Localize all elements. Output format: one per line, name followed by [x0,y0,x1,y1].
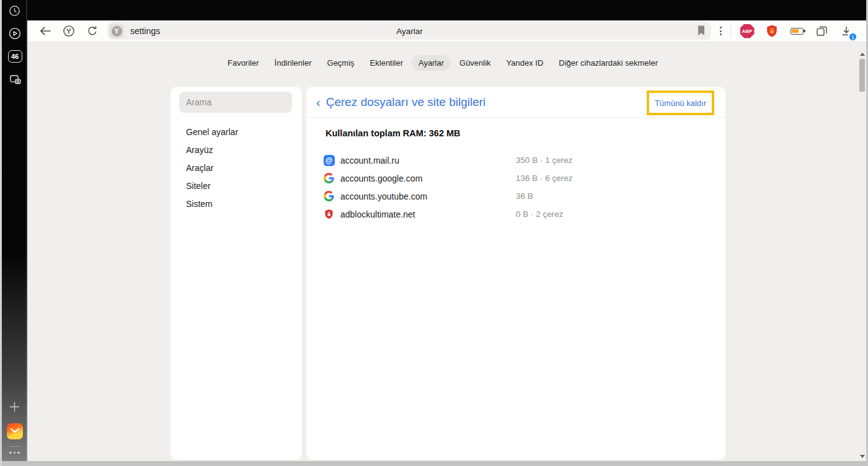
settings-sidebar: Genel ayarlar Arayüz Araçlar Siteler Sis… [170,87,302,460]
yandex-favicon-icon: Y [112,26,122,37]
page-scrollbar[interactable] [858,42,866,461]
sidebar-section-list: Genel ayarlar Arayüz Araçlar Siteler Sis… [170,123,302,213]
scroll-up-arrow-icon[interactable] [860,53,865,56]
screenshot-camera-icon [8,73,22,86]
site-row[interactable]: @ account.mail.ru 350 B · 1 çerez [323,151,711,169]
battery-icon [790,28,804,35]
left-rail: 46 [2,0,27,461]
settings-nav-tabs: Favoriler İndirilenler Geçmiş Eklentiler… [27,55,858,71]
scrollbar-thumb[interactable] [859,59,865,92]
nav-tab[interactable]: Favoriler [221,55,266,71]
site-name: account.mail.ru [340,156,516,165]
page-title: Ayarlar [396,27,423,36]
adblock-icon [323,208,335,220]
more-options-button[interactable] [9,452,19,454]
extension-collections[interactable] [813,23,830,39]
search-input[interactable] [179,97,292,107]
nav-tab[interactable]: Yandex ID [500,55,551,71]
ram-summary: Kullanılan toplam RAM: 362 MB [323,128,711,138]
yandex-home-button[interactable] [60,22,78,40]
rail-top-icons: 46 [2,0,27,95]
settings-page: Favoriler İndirilenler Geçmiş Eklentiler… [27,42,866,461]
tabs-copy-icon [815,25,828,38]
nav-tab[interactable]: Güvenlik [453,55,498,71]
plus-icon [9,402,20,412]
back-button[interactable] [37,22,54,40]
add-panel-button[interactable] [9,402,20,415]
nav-tab[interactable]: Ayarlar [412,55,451,71]
screenshot-button[interactable] [8,73,22,86]
nav-tab[interactable]: Eklentiler [363,55,410,71]
google-icon [323,190,335,202]
window-edge-bottom [0,461,868,466]
rail-bottom-icons [2,402,27,454]
sidebar-item[interactable]: Sistem [170,195,302,213]
browser-toolbar: Y settings Ayarlar ABP [27,20,866,42]
all-tabs-button[interactable]: 46 [8,50,22,63]
site-row[interactable]: accounts.google.com 136 B · 6 çerez [323,169,711,187]
remove-all-button[interactable]: Tümünü kaldır [655,99,706,108]
media-button[interactable] [8,27,22,40]
mailru-icon: @ [323,154,335,166]
nav-tab[interactable]: Diğer cihazlardaki sekmeler [552,55,665,71]
site-list: @ account.mail.ru 350 B · 1 çerez accoun… [323,151,711,223]
site-cookie-info: 350 B · 1 çerez [516,156,573,165]
bookmark-icon [697,25,706,36]
history-button[interactable] [8,4,22,17]
google-icon [323,172,335,184]
site-row[interactable]: accounts.youtube.com 36 B [323,187,711,205]
clock-icon [8,4,21,17]
sidebar-item[interactable]: Arayüz [170,141,302,159]
cookies-header: ‹ Çerez dosyaları ve site bilgileri Tümü… [306,87,725,118]
cookies-panel: ‹ Çerez dosyaları ve site bilgileri Tümü… [306,87,725,460]
site-name: accounts.youtube.com [340,191,516,201]
refresh-icon [86,25,99,37]
toolbar-separator [730,25,731,37]
window-edge-left [0,0,2,466]
site-cookie-info: 136 B · 6 çerez [516,174,573,183]
browser-window: 1 Ayarlar × [0,0,868,466]
site-name: accounts.google.com [340,174,516,183]
cookies-body: Kullanılan toplam RAM: 362 MB @ account.… [306,118,725,223]
address-bar[interactable]: Y settings Ayarlar [108,22,711,40]
site-cookie-info: 36 B [516,191,533,201]
back-arrow-icon [40,26,51,36]
remove-all-highlight: Tümünü kaldır [647,90,714,115]
extension-protect-shield[interactable] [764,23,780,39]
scroll-down-arrow-icon[interactable] [860,455,865,458]
settings-search[interactable] [179,92,292,113]
extension-battery-saver[interactable] [789,23,805,39]
sidebar-item[interactable]: Siteler [170,177,302,195]
downloads-button[interactable]: 1 [838,23,854,39]
download-count-badge: 1 [849,33,857,41]
sidebar-item[interactable]: Genel ayarlar [170,123,302,141]
site-name: adblockultimate.net [340,209,516,219]
tab-bar [0,0,868,20]
site-favicon: Y [109,24,124,38]
bookmark-button[interactable] [697,25,706,38]
nav-tab[interactable]: Geçmiş [321,55,361,71]
play-icon [8,27,22,40]
nav-tab[interactable]: İndirilenler [268,55,319,71]
tab-counter-badge: 46 [8,50,22,63]
toolbar-more-button[interactable] [720,27,722,35]
url-text: settings [130,26,160,36]
rail-divider [9,446,20,447]
extension-adblock-plus[interactable]: ABP [739,23,755,39]
back-chevron-icon[interactable]: ‹ [316,96,321,108]
site-row[interactable]: adblockultimate.net 0 B · 2 çerez [323,205,711,223]
cookies-title: Çerez dosyaları ve site bilgileri [326,95,486,109]
shield-lock-icon [765,24,779,38]
yandex-mail-icon[interactable] [7,423,23,439]
abp-icon: ABP [740,24,755,38]
site-cookie-info: 0 B · 2 çerez [516,209,564,219]
reload-button[interactable] [84,22,101,40]
yandex-logo-icon [62,24,76,38]
envelope-fold-icon [10,428,20,435]
sidebar-item[interactable]: Araçlar [170,159,302,177]
